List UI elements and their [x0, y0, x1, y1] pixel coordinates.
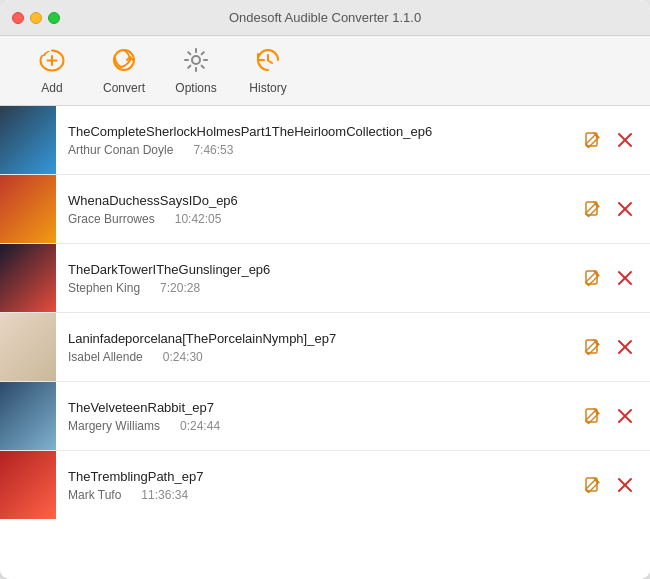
convert-label: Convert — [103, 81, 145, 95]
book-info: TheDarkTowerITheGunslinger_ep6 Stephen K… — [56, 244, 568, 312]
book-actions — [568, 313, 650, 381]
book-actions — [568, 175, 650, 243]
book-title: WhenaDuchessSaysIDo_ep6 — [68, 193, 556, 208]
edit-button[interactable] — [580, 127, 606, 153]
book-title: Laninfadeporcelana[ThePorcelainNymph]_ep… — [68, 331, 556, 346]
book-meta: Margery Williams 0:24:44 — [68, 419, 556, 433]
book-title: TheDarkTowerITheGunslinger_ep6 — [68, 262, 556, 277]
book-author: Mark Tufo — [68, 488, 121, 502]
book-meta: Isabel Allende 0:24:30 — [68, 350, 556, 364]
book-meta: Arthur Conan Doyle 7:46:53 — [68, 143, 556, 157]
book-author: Isabel Allende — [68, 350, 143, 364]
cover-image — [0, 244, 56, 312]
book-info: WhenaDuchessSaysIDo_ep6 Grace Burrowes 1… — [56, 175, 568, 243]
delete-button[interactable] — [612, 196, 638, 222]
book-actions — [568, 106, 650, 174]
book-meta: Grace Burrowes 10:42:05 — [68, 212, 556, 226]
delete-icon — [616, 269, 634, 287]
cover-image — [0, 175, 56, 243]
edit-button[interactable] — [580, 403, 606, 429]
book-title: TheVelveteenRabbit_ep7 — [68, 400, 556, 415]
delete-button[interactable] — [612, 334, 638, 360]
book-duration: 10:42:05 — [175, 212, 222, 226]
edit-icon — [584, 476, 602, 494]
close-button[interactable] — [12, 12, 24, 24]
edit-button[interactable] — [580, 334, 606, 360]
convert-icon — [110, 46, 138, 78]
edit-icon — [584, 131, 602, 149]
delete-icon — [616, 407, 634, 425]
traffic-lights — [12, 12, 60, 24]
history-icon — [254, 46, 282, 78]
book-duration: 11:36:34 — [141, 488, 188, 502]
book-meta: Stephen King 7:20:28 — [68, 281, 556, 295]
add-button[interactable]: Add — [16, 42, 88, 99]
book-info: TheVelveteenRabbit_ep7 Margery Williams … — [56, 382, 568, 450]
delete-button[interactable] — [612, 403, 638, 429]
book-title: TheTremblingPath_ep7 — [68, 469, 556, 484]
delete-icon — [616, 200, 634, 218]
book-row: WhenaDuchessSaysIDo_ep6 Grace Burrowes 1… — [0, 175, 650, 244]
options-icon — [182, 46, 210, 78]
book-title: TheCompleteSherlockHolmesPart1TheHeirloo… — [68, 124, 556, 139]
title-bar: Ondesoft Audible Converter 1.1.0 — [0, 0, 650, 36]
book-author: Grace Burrowes — [68, 212, 155, 226]
book-duration: 7:20:28 — [160, 281, 200, 295]
book-info: TheTremblingPath_ep7 Mark Tufo 11:36:34 — [56, 451, 568, 519]
toolbar: Add Convert Opt — [0, 36, 650, 106]
delete-icon — [616, 338, 634, 356]
book-row: TheTremblingPath_ep7 Mark Tufo 11:36:34 — [0, 451, 650, 519]
book-cover — [0, 451, 56, 519]
book-author: Arthur Conan Doyle — [68, 143, 173, 157]
edit-button[interactable] — [580, 472, 606, 498]
app-window: Ondesoft Audible Converter 1.1.0 Add — [0, 0, 650, 579]
book-row: Laninfadeporcelana[ThePorcelainNymph]_ep… — [0, 313, 650, 382]
delete-icon — [616, 476, 634, 494]
minimize-button[interactable] — [30, 12, 42, 24]
delete-button[interactable] — [612, 265, 638, 291]
delete-icon — [616, 131, 634, 149]
book-actions — [568, 382, 650, 450]
svg-point-1 — [192, 56, 200, 64]
edit-icon — [584, 407, 602, 425]
book-cover — [0, 244, 56, 312]
book-cover — [0, 106, 56, 174]
book-row: TheVelveteenRabbit_ep7 Margery Williams … — [0, 382, 650, 451]
options-button[interactable]: Options — [160, 42, 232, 99]
delete-button[interactable] — [612, 472, 638, 498]
cover-image — [0, 382, 56, 450]
book-row: TheDarkTowerITheGunslinger_ep6 Stephen K… — [0, 244, 650, 313]
window-title: Ondesoft Audible Converter 1.1.0 — [229, 10, 421, 25]
book-row: TheCompleteSherlockHolmesPart1TheHeirloo… — [0, 106, 650, 175]
book-meta: Mark Tufo 11:36:34 — [68, 488, 556, 502]
book-cover — [0, 382, 56, 450]
book-cover — [0, 175, 56, 243]
delete-button[interactable] — [612, 127, 638, 153]
history-button[interactable]: History — [232, 42, 304, 99]
book-actions — [568, 244, 650, 312]
cover-image — [0, 313, 56, 381]
cover-image — [0, 451, 56, 519]
cover-image — [0, 106, 56, 174]
book-actions — [568, 451, 650, 519]
book-author: Stephen King — [68, 281, 140, 295]
book-author: Margery Williams — [68, 419, 160, 433]
add-icon — [38, 46, 66, 78]
maximize-button[interactable] — [48, 12, 60, 24]
book-info: TheCompleteSherlockHolmesPart1TheHeirloo… — [56, 106, 568, 174]
book-duration: 0:24:30 — [163, 350, 203, 364]
edit-icon — [584, 269, 602, 287]
edit-icon — [584, 200, 602, 218]
edit-button[interactable] — [580, 265, 606, 291]
book-duration: 7:46:53 — [193, 143, 233, 157]
history-label: History — [249, 81, 286, 95]
book-cover — [0, 313, 56, 381]
add-label: Add — [41, 81, 62, 95]
book-duration: 0:24:44 — [180, 419, 220, 433]
book-info: Laninfadeporcelana[ThePorcelainNymph]_ep… — [56, 313, 568, 381]
options-label: Options — [175, 81, 216, 95]
edit-icon — [584, 338, 602, 356]
convert-button[interactable]: Convert — [88, 42, 160, 99]
book-list: TheCompleteSherlockHolmesPart1TheHeirloo… — [0, 106, 650, 579]
edit-button[interactable] — [580, 196, 606, 222]
